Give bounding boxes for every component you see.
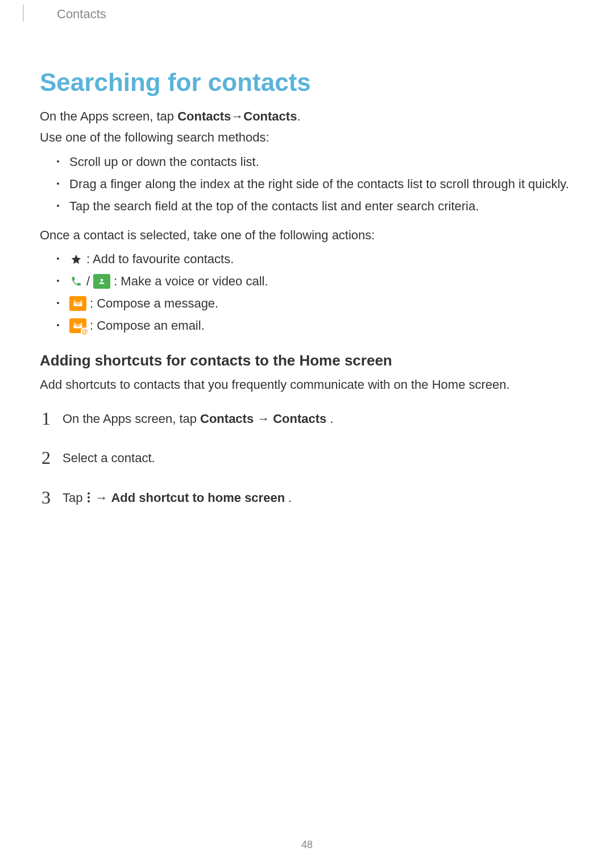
actions-intro: Once a contact is selected, take one of … xyxy=(40,227,574,244)
bullet-icon xyxy=(57,302,59,304)
step-number: 1 xyxy=(40,404,52,433)
step-period: . xyxy=(330,409,333,429)
contact-actions-list: : Add to favourite contacts. / : Make a … xyxy=(57,250,574,335)
video-call-icon xyxy=(93,274,110,289)
list-text: : Compose an email. xyxy=(90,316,205,335)
list-item: @ : Compose an email. xyxy=(57,316,574,335)
intro-bold-1: Contacts xyxy=(177,109,231,123)
more-options-icon xyxy=(86,491,92,504)
list-item: : Compose a message. xyxy=(57,294,574,313)
intro-line-2: Use one of the following search methods: xyxy=(40,129,574,147)
header-divider xyxy=(23,5,24,22)
step-item: 2 Select a contact. xyxy=(40,443,574,472)
breadcrumb: Contacts xyxy=(57,7,106,22)
page-title: Searching for contacts xyxy=(40,68,574,97)
arrow-icon: → xyxy=(231,108,243,126)
bullet-icon xyxy=(57,258,59,260)
list-text: : Add to favourite contacts. xyxy=(86,250,234,268)
arrow-icon: → xyxy=(257,409,269,429)
intro-text-1: On the Apps screen, tap xyxy=(40,109,177,123)
email-icon: @ xyxy=(69,318,86,333)
list-item: Scroll up or down the contacts list. xyxy=(57,152,574,171)
intro-period: . xyxy=(297,109,300,123)
step-text: Select a contact. xyxy=(63,448,155,468)
phone-icon xyxy=(69,275,83,288)
step-bold: Add shortcut to home screen xyxy=(111,488,285,508)
at-badge-icon: @ xyxy=(81,327,89,335)
star-icon xyxy=(69,252,83,266)
bullet-icon xyxy=(57,324,59,326)
list-text: Scroll up or down the contacts list. xyxy=(69,152,574,171)
separator: / xyxy=(86,272,90,290)
step-number: 3 xyxy=(40,483,52,512)
step-item: 3 Tap → Add shortcut to home screen. xyxy=(40,483,574,512)
step-text: Tap xyxy=(63,488,82,508)
list-text: Drag a finger along the index at the rig… xyxy=(69,175,574,193)
list-text: Tap the search field at the top of the c… xyxy=(69,197,574,215)
steps-list: 1 On the Apps screen, tap Contacts → Con… xyxy=(40,404,574,512)
list-item: Tap the search field at the top of the c… xyxy=(57,197,574,215)
list-item: : Add to favourite contacts. xyxy=(57,250,574,268)
arrow-icon: → xyxy=(95,488,107,508)
bullet-icon xyxy=(57,205,59,207)
list-text: : Make a voice or video call. xyxy=(114,272,268,290)
step-period: . xyxy=(288,488,292,508)
bullet-icon xyxy=(57,160,59,163)
sub-intro: Add shortcuts to contacts that you frequ… xyxy=(40,376,574,394)
subheading: Adding shortcuts for contacts to the Hom… xyxy=(40,352,574,369)
list-item: / : Make a voice or video call. xyxy=(57,272,574,290)
step-item: 1 On the Apps screen, tap Contacts → Con… xyxy=(40,404,574,433)
bullet-icon xyxy=(57,280,59,282)
list-item: Drag a finger along the index at the rig… xyxy=(57,175,574,193)
bullet-icon xyxy=(57,182,59,185)
step-bold: Contacts xyxy=(200,409,254,429)
intro-bold-2: Contacts xyxy=(243,109,297,123)
step-number: 2 xyxy=(40,443,52,472)
step-bold: Contacts xyxy=(273,409,326,429)
message-icon xyxy=(69,296,86,311)
step-text: On the Apps screen, tap xyxy=(63,409,197,429)
page-number: 48 xyxy=(0,839,614,851)
search-methods-list: Scroll up or down the contacts list. Dra… xyxy=(57,152,574,215)
list-text: : Compose a message. xyxy=(90,294,218,313)
intro-line-1: On the Apps screen, tap Contacts → Conta… xyxy=(40,108,574,126)
